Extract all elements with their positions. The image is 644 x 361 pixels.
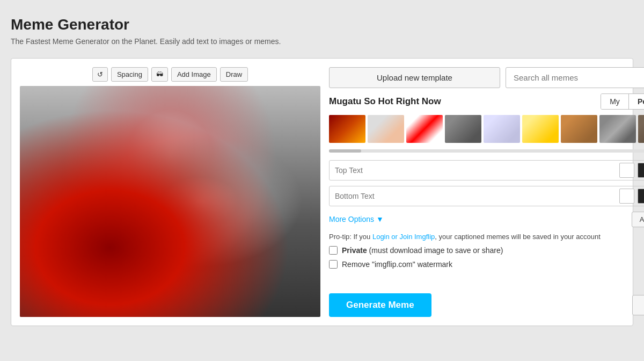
more-options-arrow-icon: ▼	[376, 215, 384, 223]
template-thumb-9[interactable]	[638, 115, 644, 143]
template-thumb-5[interactable]	[484, 115, 520, 143]
scrollbar-thumb	[329, 149, 361, 153]
draw-button[interactable]: Draw	[220, 67, 248, 82]
template-scrollbar[interactable]	[329, 149, 644, 153]
left-panel: ↺ Spacing 🕶 Add Image Draw	[20, 67, 320, 317]
template-thumb-4[interactable]	[445, 115, 481, 143]
watermark-label: Remove "imgflip.com" watermark	[342, 260, 452, 269]
tab-popular[interactable]: Popular	[628, 94, 644, 109]
refresh-button[interactable]: ↺	[92, 67, 108, 82]
template-thumb-8[interactable]	[599, 115, 636, 143]
private-checkbox[interactable]	[329, 246, 338, 255]
generate-meme-button[interactable]: Generate Meme	[329, 293, 431, 317]
spacing-button[interactable]: Spacing	[111, 67, 148, 82]
meme-name-label: Mugatu So Hot Right Now	[329, 96, 441, 107]
main-container: ↺ Spacing 🕶 Add Image Draw Upload new te…	[11, 58, 633, 326]
right-panel: Upload new template Mugatu So Hot Right …	[329, 67, 644, 317]
meme-image-container	[20, 86, 320, 317]
tab-group: My Popular	[601, 93, 644, 110]
top-text-white-color[interactable]	[619, 163, 634, 178]
page-title: Meme Generator	[11, 16, 633, 33]
meme-label-row: Mugatu So Hot Right Now My Popular	[329, 93, 644, 110]
bottom-text-input[interactable]	[333, 189, 616, 204]
template-thumb-1[interactable]	[329, 115, 365, 143]
more-options-label: More Options	[329, 215, 374, 223]
template-thumb-6[interactable]	[522, 115, 559, 143]
protip-link[interactable]: Login or Join Imgflip	[372, 233, 435, 241]
search-input[interactable]	[506, 67, 644, 88]
protip: Pro-tip: If you Login or Join Imgflip, y…	[329, 233, 644, 241]
toolbar: ↺ Spacing 🕶 Add Image Draw	[20, 67, 320, 82]
watermark-checkbox[interactable]	[329, 260, 338, 269]
template-grid	[329, 115, 644, 143]
top-text-input[interactable]	[333, 163, 616, 178]
bottom-text-white-color[interactable]	[619, 189, 634, 204]
page-subtitle: The Fastest Meme Generator on the Planet…	[11, 37, 633, 47]
protip-prefix: Pro-tip: If you	[329, 233, 372, 241]
template-thumb-3[interactable]	[406, 115, 443, 143]
tab-my[interactable]: My	[601, 94, 628, 109]
glasses-button[interactable]: 🕶	[151, 67, 168, 82]
more-options-row: More Options ▼ Add Text	[329, 212, 644, 227]
meme-image	[20, 86, 320, 317]
top-actions: Upload new template	[329, 67, 644, 88]
top-text-row: ⚙	[329, 160, 644, 180]
add-image-button[interactable]: Add Image	[171, 67, 217, 82]
bottom-text-row: ⚙	[329, 186, 644, 206]
bottom-actions: Generate Meme Reset	[329, 293, 644, 317]
protip-suffix: , your captioned memes will be saved in …	[435, 233, 601, 241]
more-options-link[interactable]: More Options ▼	[329, 215, 384, 223]
template-thumb-7[interactable]	[561, 115, 597, 143]
private-row: Private (must download image to save or …	[329, 246, 644, 255]
reset-button[interactable]: Reset	[632, 295, 644, 315]
bottom-text-black-color[interactable]	[638, 189, 644, 204]
upload-template-button[interactable]: Upload new template	[329, 67, 500, 88]
template-thumb-2[interactable]	[368, 115, 404, 143]
add-text-button[interactable]: Add Text	[632, 212, 644, 227]
meme-image-bg	[20, 86, 320, 317]
private-label: Private (must download image to save or …	[342, 246, 503, 255]
watermark-row: Remove "imgflip.com" watermark	[329, 260, 644, 269]
top-text-black-color[interactable]	[638, 163, 644, 178]
